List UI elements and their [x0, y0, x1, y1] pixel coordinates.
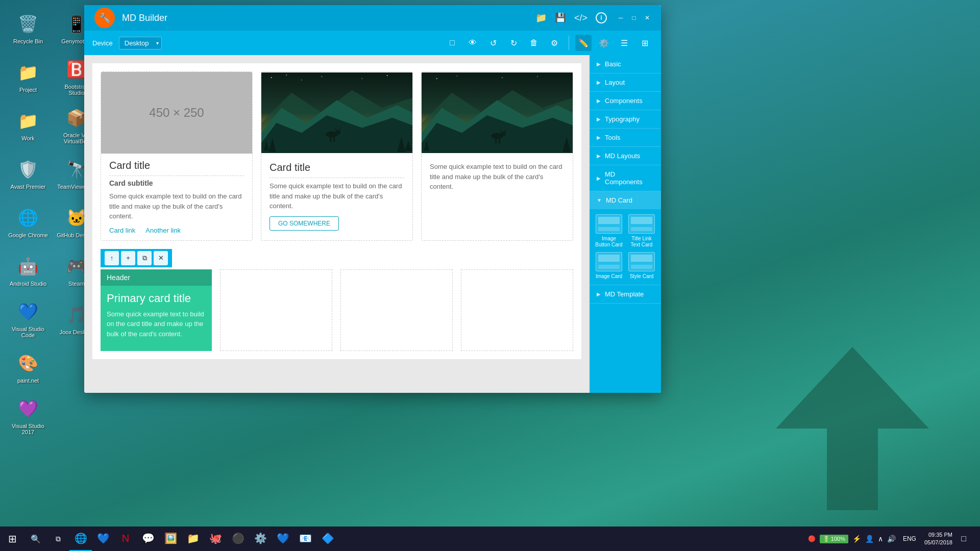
toolbar-settings-btn[interactable]: ⚙️	[596, 35, 612, 51]
card-link-1[interactable]: Card link	[109, 227, 135, 234]
card-2-body: Card title Some quick example text to bu…	[261, 156, 412, 237]
row2-add-btn[interactable]: +	[121, 251, 135, 265]
toolbar-eye-btn[interactable]: 👁	[464, 35, 481, 51]
task-view-button[interactable]: ⧉	[47, 527, 69, 551]
toolbar-undo-btn[interactable]: ↺	[485, 35, 501, 51]
notification-button[interactable]: □	[952, 527, 975, 551]
panel-card-image-button[interactable]: Image Button Card	[595, 214, 623, 248]
taskbar-app-netflix[interactable]: N	[114, 527, 137, 551]
device-select[interactable]: Desktop Tablet Mobile	[119, 37, 162, 49]
taskbar-apps: 🌐 💙 N 💬 🖼️ 📁 🐙 ⚫ ⚙️ 💙 📧 🔷	[69, 527, 803, 551]
svg-point-4	[321, 76, 322, 77]
card-6[interactable]	[340, 269, 453, 351]
panel-header-components[interactable]: ▶ Components	[590, 92, 661, 110]
row2-up-btn[interactable]: ↑	[105, 251, 119, 265]
row2-delete-btn[interactable]: ✕	[154, 251, 168, 265]
card-link-2[interactable]: Another link	[145, 227, 181, 234]
toolbar-hamburger-btn[interactable]: ☰	[616, 35, 632, 51]
taskbar-app-vs[interactable]: 💙	[92, 527, 114, 551]
android-studio-icon: 🤖	[16, 254, 40, 279]
svg-point-35	[501, 132, 506, 136]
card-4-body: Primary card title Some quick example te…	[101, 286, 212, 345]
arrow-icon-typography: ▶	[597, 116, 601, 122]
chevron-icon[interactable]: ∧	[878, 535, 883, 543]
taskbar-app-email[interactable]: 📧	[294, 527, 316, 551]
steam-label: Steam	[68, 281, 85, 287]
taskbar-app-git[interactable]: 🐙	[204, 527, 227, 551]
svg-point-24	[456, 76, 457, 77]
info-icon[interactable]: i	[596, 12, 607, 23]
arrow-icon-md-template: ▶	[597, 291, 601, 297]
save-icon[interactable]: 💾	[555, 12, 566, 23]
toolbar-delete-btn[interactable]: 🗑	[526, 35, 542, 51]
close-button[interactable]: ✕	[644, 14, 651, 21]
image-card-label: Image Card	[596, 273, 622, 280]
desktop-icon-project[interactable]: 📁 Project	[5, 54, 51, 99]
panel-label-layout: Layout	[605, 79, 625, 86]
taskbar-lang: ENG	[903, 535, 916, 542]
device-label: Device	[92, 39, 113, 47]
panel-header-tools[interactable]: ▶ Tools	[590, 129, 661, 146]
taskbar-app-vs2[interactable]: ⚙️	[249, 527, 272, 551]
panel-header-md-components[interactable]: ▶ MD Components	[590, 165, 661, 191]
title-link-card-icon	[628, 214, 655, 234]
desktop-icon-work[interactable]: 📁 Work	[5, 102, 51, 148]
search-button[interactable]: 🔍	[24, 527, 47, 551]
taskbar-app-music[interactable]: ⚫	[227, 527, 249, 551]
card-1-body: Card title Card subtitle Some quick exam…	[101, 154, 252, 240]
maximize-button[interactable]: □	[630, 14, 638, 21]
taskbar-app-photos[interactable]: 🖼️	[159, 527, 182, 551]
panel-header-layout[interactable]: ▶ Layout	[590, 73, 661, 91]
taskbar-app-vs-blue[interactable]: 💙	[272, 527, 294, 551]
svg-rect-33	[495, 138, 497, 143]
panel-section-tools: ▶ Tools	[590, 129, 661, 147]
app-window: 🔧 MD Builder 📁 💾 </> i ─ □ ✕ Device Desk…	[84, 5, 661, 393]
desktop-icon-vs2017[interactable]: 💜 Visual Studio 2017	[5, 393, 51, 439]
panel-card-style[interactable]: Style Card	[627, 252, 656, 280]
panel-header-md-template[interactable]: ▶ MD Template	[590, 285, 661, 303]
desktop-icon-vs-code[interactable]: 💙 Visual Studio Code	[5, 296, 51, 342]
panel-card-title-link[interactable]: Title Link Text Card	[627, 214, 656, 248]
panel-card-image[interactable]: Image Card	[595, 252, 623, 280]
card-2-button[interactable]: GO SOMEWHERE	[270, 216, 339, 231]
taskbar-app-whatsapp[interactable]: 💬	[137, 527, 159, 551]
desktop-icon-avast[interactable]: 🛡️ Avast Premier	[5, 151, 51, 196]
card-2[interactable]: Card title Some quick example text to bu…	[261, 71, 413, 241]
panel-header-typography[interactable]: ▶ Typography	[590, 110, 661, 128]
card-4-green[interactable]: Header Primary card title Some quick exa…	[101, 269, 212, 351]
folder-icon[interactable]: 📁	[535, 12, 547, 23]
card-3-text: Some quick example text to build on the …	[430, 162, 565, 192]
desktop-icon-chrome[interactable]: 🌐 Google Chrome	[5, 199, 51, 245]
taskbar-app-chrome[interactable]: 🌐	[69, 527, 92, 551]
taskbar-app-azure[interactable]: 🔷	[316, 527, 339, 551]
card-3[interactable]: Some quick example text to build on the …	[421, 71, 573, 241]
panel-header-md-card[interactable]: ▼ MD Card	[590, 191, 661, 209]
code-icon[interactable]: </>	[574, 13, 587, 23]
minimize-button[interactable]: ─	[617, 14, 624, 21]
panel-label-md-template: MD Template	[605, 290, 644, 298]
paintnet-icon: 🎨	[16, 351, 40, 375]
row2-copy-btn[interactable]: ⧉	[137, 251, 152, 265]
panel-header-basic[interactable]: ▶ Basic	[590, 55, 661, 73]
desktop-icon-paintnet[interactable]: 🎨 paint.net	[5, 344, 51, 390]
panel-header-md-layouts[interactable]: ▶ MD Layouts	[590, 147, 661, 165]
toolbar-redo-btn[interactable]: ↻	[505, 35, 522, 51]
start-button[interactable]: ⊞	[0, 527, 24, 551]
recycle-bin-label: Recycle Bin	[13, 38, 43, 44]
card-5[interactable]	[220, 269, 332, 351]
arrow-icon-md-card: ▼	[597, 197, 602, 203]
toolbar-github-btn[interactable]: ⚙	[546, 35, 562, 51]
card-2-title: Card title	[270, 162, 404, 178]
taskbar-app-explorer[interactable]: 📁	[182, 527, 204, 551]
volume-icon[interactable]: 🔊	[887, 535, 896, 543]
desktop-icon-android-studio[interactable]: 🤖 Android Studio	[5, 247, 51, 293]
toolbar-grid-btn[interactable]: ⊞	[636, 35, 653, 51]
card-7[interactable]	[461, 269, 573, 351]
arrow-icon-md-components: ▶	[597, 176, 601, 181]
card-3-body: Some quick example text to build on the …	[422, 156, 573, 203]
desktop-icon-recycle-bin[interactable]: 🗑️ Recycle Bin	[5, 5, 51, 51]
device-select-wrapper[interactable]: Desktop Tablet Mobile	[119, 37, 162, 49]
toolbar-pen-btn[interactable]: ✏️	[575, 35, 592, 51]
toolbar-square-btn[interactable]: □	[444, 35, 460, 51]
card-1[interactable]: 450 × 250 Card title Card subtitle Some …	[101, 71, 253, 241]
